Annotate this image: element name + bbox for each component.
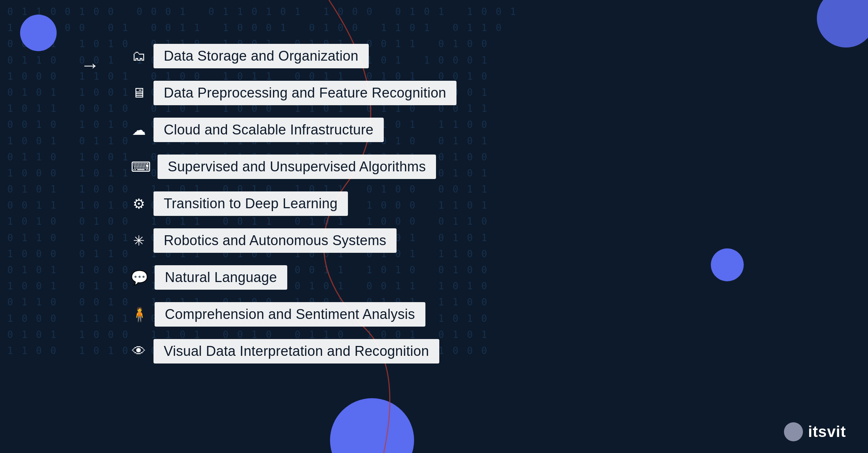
menu-icon-3: ☁ [131,122,147,138]
menu-label-7: Natural Language [155,265,287,290]
menu-icon-5: ⚙ [131,196,147,212]
menu-label-6: Robotics and Autonomous Systems [153,228,397,253]
menu-icon-6: ✳ [131,233,147,249]
menu-icon-4: ⌨ [131,159,151,175]
circle-bottom [330,398,414,453]
menu-item-8[interactable]: 🧍Comprehension and Sentiment Analysis [124,298,467,330]
menu-label-8: Comprehension and Sentiment Analysis [155,302,425,327]
menu-icon-2: 🖥 [131,85,147,101]
menu-label-9: Visual Data Interpretation and Recogniti… [153,339,439,363]
menu-icon-7: 💬 [131,270,148,286]
menu-list: 🗂Data Storage and Organization🖥Data Prep… [124,40,467,372]
arrow-indicator: → [80,54,99,76]
menu-label-5: Transition to Deep Learning [153,191,348,216]
logo: itsvit [784,422,846,441]
logo-icon [784,422,803,441]
menu-item-9[interactable]: 👁Visual Data Interpretation and Recognit… [124,335,467,367]
menu-item-4[interactable]: ⌨Supervised and Unsupervised Algorithms [124,151,467,183]
menu-icon-1: 🗂 [131,48,147,64]
menu-label-2: Data Preprocessing and Feature Recogniti… [153,81,456,105]
menu-icon-8: 🧍 [131,307,148,323]
menu-label-1: Data Storage and Organization [153,44,369,68]
logo-text: itsvit [808,423,846,441]
circle-topleft [20,15,57,51]
menu-item-2[interactable]: 🖥Data Preprocessing and Feature Recognit… [124,77,467,109]
menu-item-6[interactable]: ✳Robotics and Autonomous Systems [124,225,467,256]
menu-label-3: Cloud and Scalable Infrastructure [153,118,384,142]
menu-icon-9: 👁 [131,343,147,359]
menu-item-7[interactable]: 💬Natural Language [124,262,467,293]
menu-item-1[interactable]: 🗂Data Storage and Organization [124,40,467,72]
menu-item-3[interactable]: ☁Cloud and Scalable Infrastructure [124,114,467,146]
circle-center-right [711,248,744,281]
circle-topright [817,0,868,47]
menu-item-5[interactable]: ⚙Transition to Deep Learning [124,188,467,220]
menu-label-4: Supervised and Unsupervised Algorithms [158,155,436,179]
